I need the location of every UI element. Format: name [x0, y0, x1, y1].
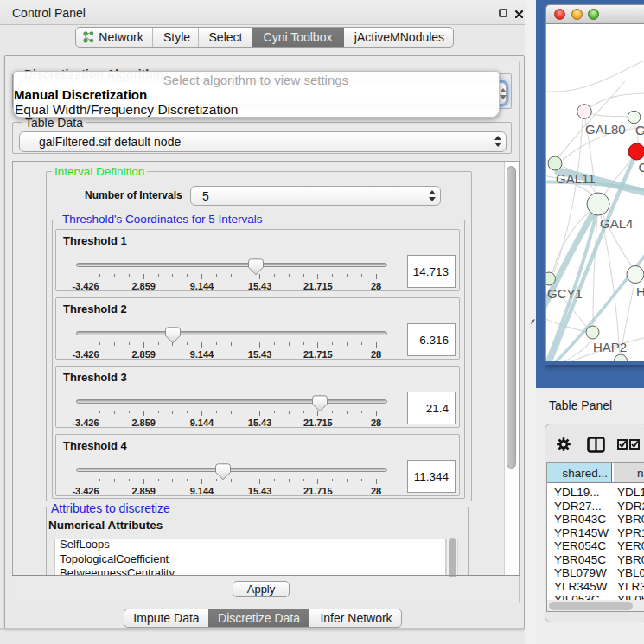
svg-text:C: C	[639, 160, 644, 175]
svg-text:GAL80: GAL80	[585, 122, 626, 137]
svg-text:GAL4: GAL4	[600, 216, 633, 231]
svg-text:G.: G.	[635, 123, 644, 137]
svg-text:H: H	[636, 284, 644, 299]
svg-text:GCY1: GCY1	[547, 286, 583, 301]
svg-text:HAP2: HAP2	[593, 340, 627, 354]
svg-text:GAL11: GAL11	[556, 171, 596, 186]
